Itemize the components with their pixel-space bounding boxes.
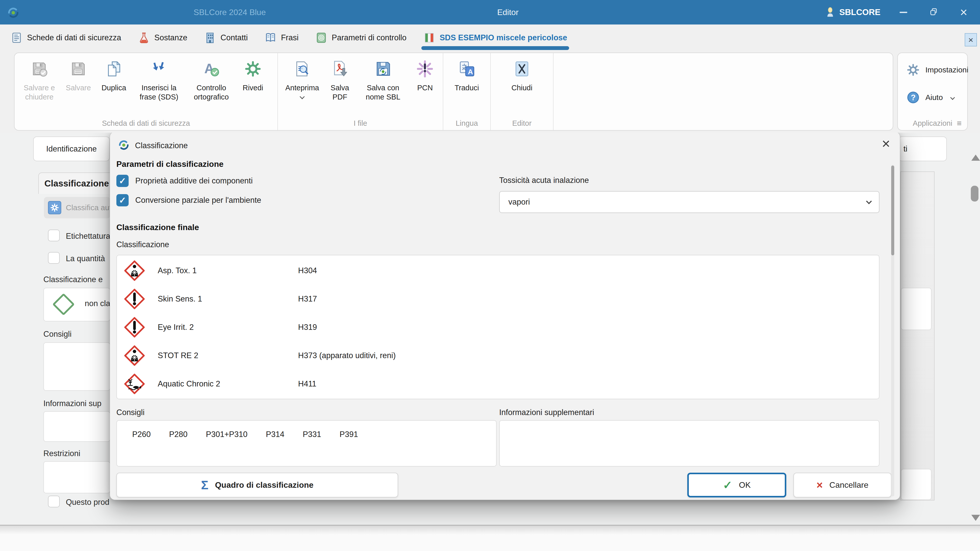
hazard-class: Aquatic Chronic 2 (158, 380, 220, 389)
button-label: Anteprima (285, 83, 319, 92)
classification-row[interactable]: Eye Irrit. 2 H319 (117, 313, 879, 341)
preview-button[interactable]: Anteprima (283, 57, 322, 98)
minimize-button[interactable] (896, 0, 911, 24)
field-label: Consigli (43, 330, 72, 339)
scrollbar-thumb[interactable] (971, 186, 978, 202)
tab-sds-esempio-active[interactable]: SDS ESEMPIO miscele pericolose (423, 24, 567, 51)
bottom-bar (0, 525, 980, 551)
close-tab-icon: × (968, 35, 974, 45)
settings-button[interactable]: Impostazioni (907, 63, 968, 76)
field-label: Restrizioni (43, 449, 80, 458)
hazard-code: H319 (298, 323, 317, 332)
help-icon: ? (907, 91, 920, 104)
checkbox-partial-conversion[interactable]: ✓ Conversione parziale per l'ambiente (116, 194, 261, 206)
precautionary-codes-field[interactable]: P260 P280 P301+P310 P314 P331 P391 (116, 420, 496, 467)
classification-row[interactable]: Aquatic Chronic 2 H411 (117, 370, 879, 398)
p-code: P331 (303, 430, 321, 466)
ghs09-environment-icon (124, 373, 145, 394)
bg-right-field[interactable] (901, 288, 932, 330)
restore-button[interactable] (926, 0, 941, 24)
scrollbar-up-arrow[interactable] (971, 155, 980, 161)
bg-checkbox-quantita[interactable] (48, 252, 60, 264)
classification-row[interactable]: STOT RE 2 H373 (apparato uditivi, reni) (117, 341, 879, 370)
bg-auto-classify-button: Classifica auto (44, 197, 110, 218)
ribbon-main-panel: Salvare e chiudere Salvare Duplica (14, 52, 893, 130)
bg-info-field[interactable] (43, 411, 110, 442)
insert-phrase-button[interactable]: Inserisci la frase (SDS) (134, 57, 184, 102)
group-menu-icon[interactable]: ≡ (957, 119, 962, 128)
hazard-code: H304 (298, 266, 317, 275)
help-button[interactable]: ? Aiuto (907, 91, 954, 104)
classification-dialog: Classificazione × Parametri di classific… (110, 132, 900, 500)
ribbon-group-label: I file (278, 119, 443, 127)
p-code: P301+P310 (206, 430, 248, 466)
tab-contatti[interactable]: Contatti (204, 24, 248, 51)
close-button[interactable]: × (956, 0, 971, 24)
tab-frasi[interactable]: Frasi (265, 24, 299, 51)
app-title: SBLCore 2024 Blue (194, 0, 266, 24)
final-heading: Classificazione finale (116, 223, 199, 232)
preview-icon (293, 58, 311, 79)
duplicate-button[interactable]: Duplica (97, 57, 130, 92)
consigli-label: Consigli (116, 408, 145, 417)
account-button[interactable]: SBLCORE (824, 6, 880, 18)
save-as-sbl-button[interactable]: Salva con nome SBL (358, 57, 408, 102)
checkbox-additive-properties[interactable]: ✓ Proprietà additive dei componenti (116, 175, 253, 187)
dialog-close-icon[interactable]: × (882, 137, 890, 151)
ghs08-health-hazard-icon (124, 345, 145, 366)
main-tab-bar: Schede di dati di sicurezza Sostanze Con… (0, 24, 980, 51)
bg-tab-partial-right[interactable]: ti (898, 137, 947, 161)
hazard-class: Skin Sens. 1 (158, 294, 202, 303)
spellcheck-icon: A (203, 58, 220, 79)
bg-tab-identificazione[interactable]: Identificazione (33, 137, 110, 161)
button-label: Cancellare (829, 480, 869, 490)
button-label: PCN (417, 83, 433, 92)
x-icon: × (816, 480, 823, 491)
pcn-button[interactable]: PCN (412, 57, 438, 92)
minimize-icon (900, 12, 907, 13)
tab-label: Identificazione (46, 144, 97, 154)
cancel-button[interactable]: × Cancellare (794, 473, 891, 497)
title-bar: SBLCore 2024 Blue Editor SBLCORE × (0, 0, 980, 24)
dialog-scrollbar[interactable] (891, 165, 894, 496)
ribbon-group-label: Scheda di dati di sicurezza (14, 119, 277, 127)
classification-row[interactable]: Skin Sens. 1 H317 (117, 285, 879, 313)
scrollbar-down-arrow[interactable] (971, 515, 980, 521)
ok-button[interactable]: ✓ OK (687, 473, 786, 497)
insert-phrase-icon (150, 58, 168, 79)
save-pdf-button[interactable]: Salva PDF (325, 57, 354, 102)
ribbon-group-sds: Salvare e chiudere Salvare Duplica (14, 53, 278, 130)
hazard-class: Asp. Tox. 1 (158, 266, 197, 275)
close-editor-button[interactable]: Chiudi (504, 57, 540, 92)
button-label: Controllo ortografico (188, 83, 235, 102)
classification-row[interactable]: Asp. Tox. 1 H304 (117, 256, 879, 285)
tab-schede-dati-sicurezza[interactable]: Schede di dati di sicurezza (11, 24, 121, 51)
dialog-scrollbar-thumb[interactable] (891, 165, 894, 256)
spellcheck-button[interactable]: A Controllo ortografico (188, 57, 235, 102)
building-icon (204, 32, 216, 44)
bg-right-field[interactable] (901, 469, 932, 500)
tab-sostanze[interactable]: Sostanze (138, 24, 187, 51)
acute-toxicity-select[interactable]: vapori (499, 191, 880, 213)
ribbon-group-editor: Chiudi Editor (491, 53, 554, 130)
bg-checkbox-questo-prod[interactable] (48, 495, 60, 507)
ghs07-exclamation-icon (124, 289, 145, 310)
phrases-book-icon (265, 32, 277, 44)
ribbon: Salvare e chiudere Salvare Duplica (0, 51, 980, 133)
bg-checkbox-etichettatura[interactable] (48, 230, 60, 241)
translate-button[interactable]: A Traduci (449, 57, 485, 92)
checkbox-label: La quantità (66, 254, 105, 263)
bg-consigli-field[interactable] (43, 342, 110, 391)
select-value: vapori (508, 197, 530, 206)
bg-restrictions-field[interactable] (43, 461, 110, 493)
save-close-icon (30, 58, 48, 79)
review-button[interactable]: Rivedi (239, 57, 267, 92)
checkbox-label: Proprietà additive dei componenti (135, 176, 253, 186)
supplementary-info-field[interactable] (499, 420, 880, 467)
tab-parametri-controllo[interactable]: Parametri di controllo (315, 24, 407, 51)
tab-label: Contatti (221, 33, 248, 42)
close-tab-button[interactable]: × (965, 33, 977, 46)
bg-classification-field[interactable]: non cla (43, 288, 110, 321)
classification-summary-button[interactable]: Σ Quadro di classificazione (116, 473, 398, 497)
svg-text:A: A (468, 68, 473, 76)
